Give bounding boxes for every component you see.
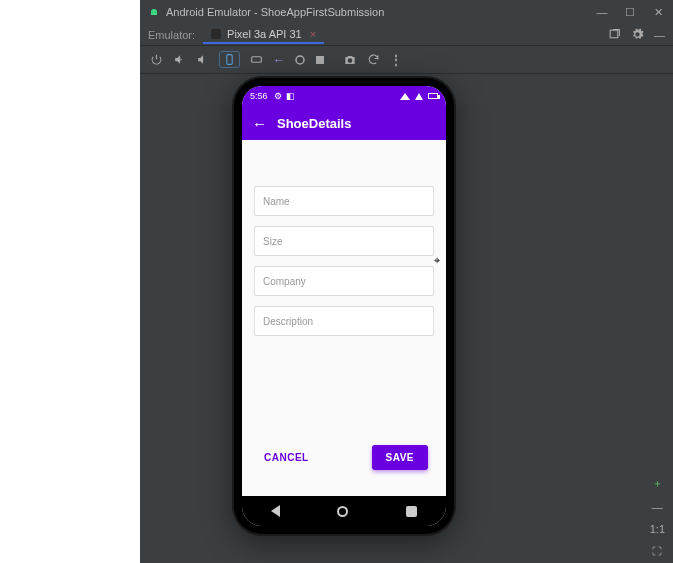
- emulator-toolbar: ← ⋮: [140, 46, 673, 74]
- battery-icon: [428, 93, 438, 99]
- description-placeholder: Description: [263, 316, 313, 327]
- name-field[interactable]: Name: [254, 186, 434, 216]
- panel-settings-icon[interactable]: [631, 28, 644, 41]
- company-field[interactable]: Company: [254, 266, 434, 296]
- emulator-stage: 5:56 ⚙ ◧ ← ShoeDetails Name: [140, 74, 673, 563]
- size-placeholder: Size: [263, 236, 282, 247]
- volume-down-icon[interactable]: [196, 53, 209, 66]
- signal-icon: [400, 93, 410, 100]
- tab-bar: Emulator: Pixel 3a API 31 × —: [140, 24, 673, 46]
- home-dot-icon[interactable]: [295, 55, 305, 65]
- zoom-reset-label[interactable]: 1:1: [650, 523, 665, 535]
- description-field[interactable]: Description: [254, 306, 434, 336]
- svg-point-1: [155, 12, 156, 13]
- record-reload-icon[interactable]: [367, 53, 380, 66]
- device-tab-label: Pixel 3a API 31: [227, 28, 302, 40]
- status-settings-icon: ⚙: [274, 91, 282, 101]
- window-title: Android Emulator - ShoeAppFirstSubmissio…: [166, 6, 581, 18]
- android-status-bar: 5:56 ⚙ ◧: [242, 86, 446, 106]
- nav-overview-icon[interactable]: [406, 506, 417, 517]
- svg-rect-2: [610, 30, 618, 38]
- more-icon[interactable]: ⋮: [390, 53, 402, 67]
- hide-panel-icon[interactable]: —: [654, 29, 665, 41]
- device-screen[interactable]: 5:56 ⚙ ◧ ← ShoeDetails Name: [242, 86, 446, 526]
- window-close-button[interactable]: ✕: [651, 6, 665, 19]
- power-icon[interactable]: [150, 53, 163, 66]
- appbar-title: ShoeDetails: [277, 116, 351, 131]
- form-actions: CANCEL SAVE: [254, 445, 434, 496]
- device-tab[interactable]: Pixel 3a API 31 ×: [203, 26, 324, 44]
- name-placeholder: Name: [263, 196, 290, 207]
- overview-square-icon[interactable]: [315, 55, 325, 65]
- status-debug-icon: ◧: [286, 91, 295, 101]
- device-frame: 5:56 ⚙ ◧ ← ShoeDetails Name: [234, 78, 454, 534]
- emulator-label: Emulator:: [148, 29, 195, 41]
- minimize-button[interactable]: —: [595, 6, 609, 18]
- titlebar: Android Emulator - ShoeAppFirstSubmissio…: [140, 0, 673, 24]
- svg-rect-3: [227, 55, 232, 65]
- close-tab-icon[interactable]: ×: [310, 28, 316, 40]
- zoom-in-icon[interactable]: ＋: [652, 476, 663, 491]
- nav-back-icon[interactable]: [271, 505, 280, 517]
- screenshot-icon[interactable]: [343, 53, 357, 67]
- emulator-tool-window: Android Emulator - ShoeAppFirstSubmissio…: [140, 0, 673, 563]
- zoom-controls: ＋ — 1:1: [650, 476, 665, 557]
- back-icon[interactable]: ←: [252, 116, 267, 131]
- wifi-icon: [415, 93, 423, 100]
- zoom-out-icon[interactable]: —: [652, 501, 663, 513]
- android-nav-bar: [242, 496, 446, 526]
- size-field[interactable]: Size: [254, 226, 434, 256]
- status-time: 5:56: [250, 91, 268, 101]
- fit-screen-icon[interactable]: [651, 545, 663, 557]
- save-button[interactable]: SAVE: [372, 445, 429, 470]
- rotate-right-icon[interactable]: [250, 53, 263, 66]
- open-new-window-icon[interactable]: [608, 28, 621, 41]
- company-placeholder: Company: [263, 276, 306, 287]
- svg-rect-6: [316, 56, 324, 64]
- android-icon: [148, 6, 160, 18]
- svg-rect-4: [252, 57, 262, 62]
- app-bar: ← ShoeDetails: [242, 106, 446, 140]
- volume-up-icon[interactable]: [173, 53, 186, 66]
- maximize-button[interactable]: ☐: [623, 6, 637, 19]
- svg-point-5: [296, 56, 304, 64]
- device-icon: [211, 29, 221, 39]
- cancel-button[interactable]: CANCEL: [260, 446, 313, 469]
- svg-point-0: [152, 12, 153, 13]
- nav-home-icon[interactable]: [337, 506, 348, 517]
- form-content: Name Size Company Description CANCEL SAV…: [242, 140, 446, 496]
- back-arrow-icon[interactable]: ←: [273, 53, 285, 67]
- rotate-left-icon[interactable]: [219, 51, 240, 68]
